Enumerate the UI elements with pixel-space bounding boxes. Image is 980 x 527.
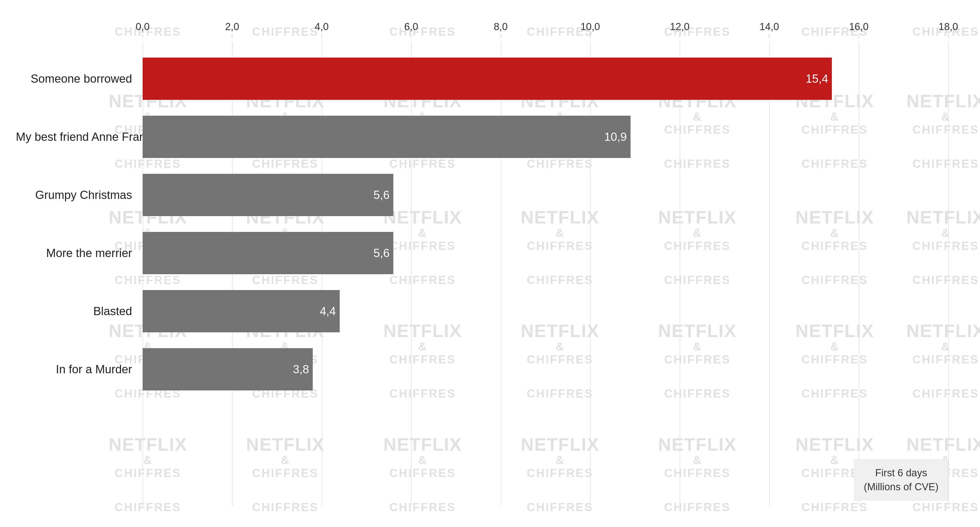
bar-fill: 5,6 <box>143 232 393 274</box>
bar-track: 5,6 <box>143 232 948 274</box>
axis-tick-label: 2,0 <box>225 21 239 32</box>
bar-spacer <box>143 158 948 174</box>
axis-tick-label: 6,0 <box>404 21 418 32</box>
chart-inner: 0,02,04,06,08,010,012,014,016,018,0 Some… <box>16 21 964 506</box>
axis-tick-line <box>679 33 680 38</box>
axis-tick-label: 8,0 <box>494 21 508 32</box>
axis-tick: 8,0 <box>494 21 508 38</box>
bar-spacer <box>143 332 948 348</box>
bar-label: In for a Murder <box>16 363 137 376</box>
axis-tick-line <box>142 33 143 38</box>
axis-tick: 4,0 <box>315 21 329 38</box>
axis-tick-label: 16,0 <box>849 21 869 32</box>
axis-tick: 0,0 <box>136 21 150 38</box>
bar-label: More the merrier <box>16 247 137 260</box>
axis-tick-line <box>411 33 412 38</box>
bar-value-label: 15,4 <box>806 72 828 85</box>
bar-label: Someone borrowed <box>16 72 137 85</box>
axis-tick: 6,0 <box>404 21 418 38</box>
bar-label: My best friend Anne Frank <box>16 130 137 143</box>
bar-fill: 3,8 <box>143 348 313 390</box>
axis-tick-label: 4,0 <box>315 21 329 32</box>
axis-tick-line <box>590 33 590 38</box>
axis-tick-label: 0,0 <box>136 21 150 32</box>
bar-value-label: 3,8 <box>293 363 309 376</box>
bar-track: 3,8 <box>143 348 948 390</box>
bar-row: My best friend Anne Frank10,9 <box>143 116 948 158</box>
bar-track: 15,4 <box>143 57 948 100</box>
bar-row: In for a Murder3,8 <box>143 348 948 390</box>
axis-tick: 10,0 <box>580 21 600 38</box>
bar-value-label: 10,9 <box>604 130 627 143</box>
bar-value-label: 4,4 <box>320 304 336 318</box>
axis-tick-line <box>321 33 322 38</box>
axis-tick-line <box>501 33 501 38</box>
legend-line2: (Millions of CVE) <box>864 481 939 492</box>
axis-tick-line <box>232 33 232 38</box>
bar-value-label: 5,6 <box>374 188 390 202</box>
bar-track: 10,9 <box>143 116 948 158</box>
bar-row: Grumpy Christmas5,6 <box>143 174 948 216</box>
axis-tick: 16,0 <box>849 21 869 38</box>
axis-tick-label: 10,0 <box>580 21 600 32</box>
bar-value-label: 5,6 <box>374 247 390 260</box>
bar-fill: 5,6 <box>143 174 393 216</box>
grid-line <box>948 42 949 506</box>
axis-tick: 2,0 <box>225 21 239 38</box>
bar-spacer <box>143 274 948 290</box>
bar-track: 5,6 <box>143 174 948 216</box>
axis-top: 0,02,04,06,08,010,012,014,016,018,0 <box>143 21 948 37</box>
bar-row: Blasted4,4 <box>143 290 948 332</box>
bar-track: 4,4 <box>143 290 948 332</box>
bar-label: Blasted <box>16 304 137 318</box>
axis-tick: 14,0 <box>759 21 779 38</box>
bar-fill: 10,9 <box>143 116 630 158</box>
bar-row: More the merrier5,6 <box>143 232 948 274</box>
legend-box: First 6 days (Millions of CVE) <box>854 459 948 501</box>
axis-tick: 18,0 <box>939 21 958 38</box>
axis-tick-label: 14,0 <box>759 21 779 32</box>
bar-fill: 4,4 <box>143 290 340 332</box>
bar-spacer <box>143 216 948 232</box>
bar-spacer <box>143 100 948 116</box>
axis-tick: 12,0 <box>670 21 689 38</box>
axis-tick-line <box>859 33 859 38</box>
bar-row: Someone borrowed15,4 <box>143 57 948 100</box>
axis-tick-label: 18,0 <box>939 21 958 32</box>
bar-fill: 15,4 <box>143 57 832 100</box>
axis-tick-label: 12,0 <box>670 21 689 32</box>
chart-container: CHIFFRESCHIFFRESCHIFFRESCHIFFRESCHIFFRES… <box>0 0 980 527</box>
bar-label: Grumpy Christmas <box>16 188 137 202</box>
legend-line1: First 6 days <box>875 467 927 478</box>
axis-tick-line <box>769 33 770 38</box>
axis-tick-line <box>948 33 948 38</box>
bars-area: Someone borrowed15,4My best friend Anne … <box>143 42 948 506</box>
